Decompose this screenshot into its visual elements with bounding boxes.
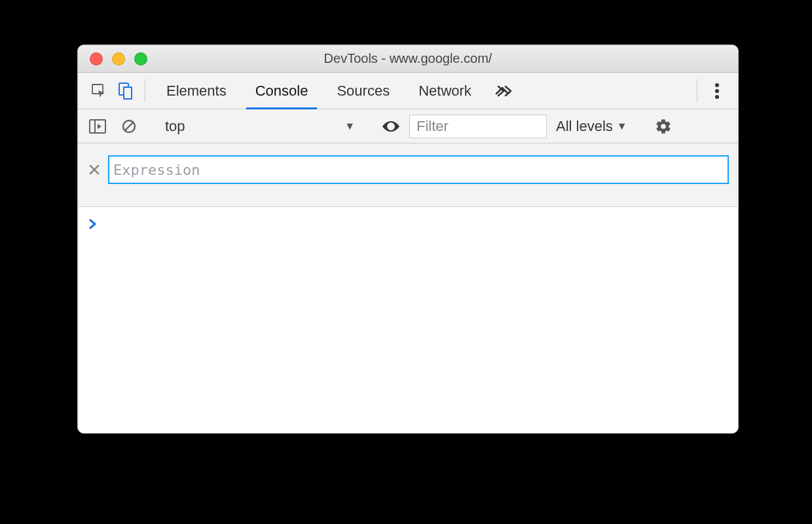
console-settings-gear-icon[interactable] — [650, 113, 676, 140]
svg-point-4 — [715, 83, 719, 87]
device-toolbar-icon[interactable] — [112, 73, 138, 109]
tab-console[interactable]: Console — [241, 73, 323, 109]
window-controls — [78, 52, 147, 66]
minimize-window-button[interactable] — [112, 52, 125, 66]
close-window-button[interactable] — [90, 52, 103, 66]
separator — [697, 79, 697, 102]
svg-line-10 — [125, 122, 133, 130]
chevron-down-icon: ▼ — [344, 121, 355, 132]
clear-console-icon[interactable] — [116, 113, 142, 140]
svg-point-6 — [715, 95, 719, 99]
tab-sources[interactable]: Sources — [322, 73, 404, 109]
tab-network[interactable]: Network — [404, 73, 486, 109]
console-output[interactable] — [78, 207, 738, 433]
chevron-down-icon: ▼ — [617, 121, 627, 132]
main-tabs-bar: Elements Console Sources Network — [78, 73, 738, 109]
console-prompt-caret — [88, 215, 98, 231]
remove-expression-icon[interactable] — [87, 162, 101, 177]
live-expression-input[interactable] — [112, 157, 725, 183]
panel-tabs: Elements Console Sources Network — [152, 73, 486, 109]
inspect-element-icon[interactable] — [86, 73, 112, 109]
toggle-sidebar-icon[interactable] — [84, 113, 111, 140]
tab-elements[interactable]: Elements — [152, 73, 241, 109]
log-levels-select[interactable]: All levels ▼ — [552, 118, 631, 135]
zoom-window-button[interactable] — [134, 52, 147, 66]
tab-label: Console — [255, 83, 308, 100]
svg-point-5 — [715, 89, 719, 93]
svg-point-11 — [389, 124, 393, 128]
live-expression-eye-icon[interactable] — [378, 113, 404, 140]
live-expression-area — [78, 143, 738, 207]
kebab-menu-icon[interactable] — [704, 73, 730, 109]
context-label: top — [165, 118, 185, 135]
devtools-window: DevTools - www.google.com/ Elements Cons… — [77, 45, 739, 434]
levels-label: All levels — [556, 118, 613, 135]
separator — [145, 79, 145, 102]
titlebar: DevTools - www.google.com/ — [78, 45, 738, 73]
live-expression-input-wrapper — [108, 155, 729, 184]
window-title: DevTools - www.google.com/ — [78, 51, 738, 66]
svg-rect-2 — [124, 87, 132, 99]
console-toolbar: top ▼ All levels ▼ — [78, 109, 738, 143]
execution-context-select[interactable]: top ▼ — [158, 115, 361, 138]
tab-label: Network — [418, 83, 471, 100]
filter-input-wrapper — [409, 115, 547, 138]
tab-label: Sources — [337, 83, 390, 100]
tab-label: Elements — [166, 83, 227, 100]
filter-input[interactable] — [410, 115, 546, 138]
